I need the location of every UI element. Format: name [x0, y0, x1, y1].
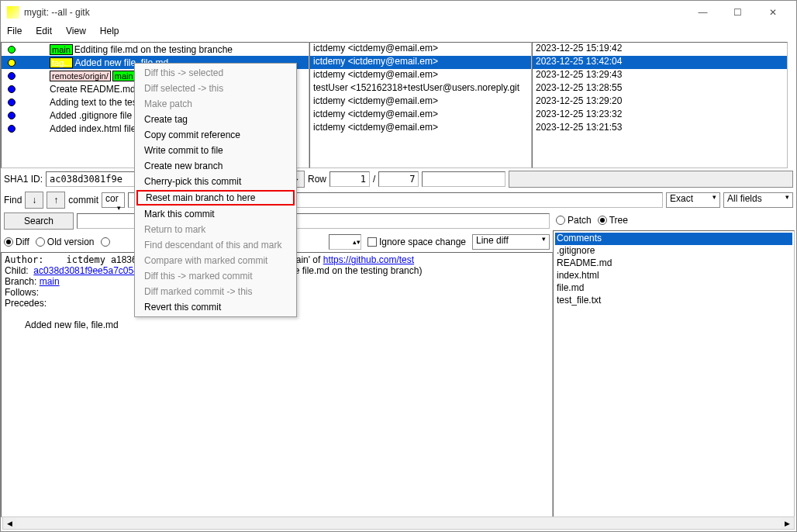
row-label: Row [308, 174, 326, 185]
find-up-button[interactable]: ↑ [47, 192, 65, 209]
ctx-copy-commit-reference[interactable]: Copy commit reference [135, 127, 296, 143]
file-item[interactable]: README.md [555, 257, 792, 270]
diff-radio[interactable]: Diff [4, 237, 29, 247]
ctx-diff-marked-commit-this: Diff marked commit -> this [135, 284, 296, 299]
ref-badge: remotes/origin/ [50, 71, 111, 81]
ctx-revert-this-commit[interactable]: Revert this commit [135, 299, 296, 315]
author-cell: ictdemy <ictdemy@email.em> [310, 95, 531, 109]
tree-radio[interactable]: Tree [598, 215, 628, 226]
horizontal-scrollbar[interactable]: ◀ ▶ [2, 516, 795, 530]
file-item[interactable]: .gitignore [555, 245, 792, 257]
ctx-diff-selected-this: Diff selected -> this [135, 81, 296, 96]
scroll-left-icon[interactable]: ◀ [3, 517, 16, 529]
ctx-write-commit-to-file[interactable]: Write commit to file [135, 143, 296, 158]
author-list[interactable]: ictdemy <ictdemy@email.em>ictdemy <ictde… [309, 42, 532, 168]
context-lines-spinner[interactable]: ▴▾ [329, 234, 361, 250]
author-cell: ictdemy <ictdemy@email.em> [310, 109, 531, 122]
linediff-select[interactable]: Line diff [472, 234, 550, 250]
ctx-make-patch: Make patch [135, 96, 296, 112]
date-list[interactable]: 2023-12-25 15:19:422023-12-25 13:42:0420… [532, 42, 788, 168]
titlebar: mygit: --all - gitk — ☐ ✕ [1, 1, 796, 24]
find-mode-select[interactable]: cor [102, 192, 125, 208]
find-down-button[interactable]: ↓ [25, 192, 43, 209]
ref-badge: main [50, 44, 73, 55]
sha-label: SHA1 ID: [4, 174, 43, 185]
context-menu: Diff this -> selectedDiff selected -> th… [134, 63, 297, 317]
ctx-compare-with-marked-commit: Compare with marked commit [135, 253, 296, 268]
file-item[interactable]: index.html [555, 270, 792, 282]
find-label: Find [4, 195, 22, 206]
file-list[interactable]: Comments.gitignoreREADME.mdindex.htmlfil… [553, 230, 795, 517]
ref-badge: tag... [50, 57, 73, 68]
branch-link[interactable]: main [40, 276, 60, 287]
date-cell: 2023-12-25 13:28:55 [533, 82, 787, 95]
ctx-create-new-branch[interactable]: Create new branch [135, 158, 296, 174]
menu-file[interactable]: File [7, 26, 22, 40]
row-extra [422, 171, 505, 187]
ctx-cherry-pick-this-commit[interactable]: Cherry-pick this commit [135, 174, 296, 189]
file-item[interactable]: file.md [555, 282, 792, 295]
menu-help[interactable]: Help [100, 26, 119, 40]
author-cell: ictdemy <ictdemy@email.em> [310, 69, 531, 82]
date-cell: 2023-12-25 13:21:53 [533, 122, 787, 135]
date-cell: 2023-12-25 13:42:04 [533, 56, 787, 69]
exact-select[interactable]: Exact [666, 192, 720, 208]
author-cell: ictdemy <ictdemy@email.em> [310, 122, 531, 135]
scroll-right-icon[interactable]: ▶ [781, 517, 794, 529]
date-cell: 2023-12-25 13:23:32 [533, 109, 787, 122]
find-type: commit [68, 195, 98, 206]
row-total [378, 171, 419, 187]
menubar: File Edit View Help [1, 24, 796, 41]
row-sep: / [373, 174, 375, 185]
ctx-reset-main-branch-to-here[interactable]: Reset main branch to here [136, 190, 295, 206]
newversion-radio[interactable] [101, 237, 112, 247]
close-button[interactable]: ✕ [755, 1, 790, 24]
window-title: mygit: --all - gitk [24, 7, 685, 18]
ctx-create-tag[interactable]: Create tag [135, 112, 296, 127]
author-cell: ictdemy <ictdemy@email.em> [310, 43, 531, 56]
minimize-button[interactable]: — [685, 1, 720, 24]
author-cell: testUser <152162318+testUser@users.norep… [310, 82, 531, 95]
file-item[interactable]: test_file.txt [555, 295, 792, 307]
fields-select[interactable]: All fields [723, 192, 793, 208]
ctx-diff-this-marked-commit: Diff this -> marked commit [135, 268, 296, 284]
menu-view[interactable]: View [66, 26, 86, 40]
ctx-diff-this-selected: Diff this -> selected [135, 65, 296, 81]
url-link[interactable]: https://github.com/test [323, 254, 414, 265]
app-icon [7, 6, 19, 19]
file-item[interactable]: Comments [555, 233, 792, 245]
author-cell: ictdemy <ictdemy@email.em> [310, 56, 531, 69]
row-current[interactable] [329, 171, 370, 187]
menu-edit[interactable]: Edit [36, 26, 52, 40]
progress-bar [509, 171, 793, 188]
date-cell: 2023-12-25 13:29:20 [533, 95, 787, 109]
ignore-space-check[interactable]: Ignore space change [367, 237, 466, 247]
oldversion-radio[interactable]: Old version [36, 237, 95, 247]
date-cell: 2023-12-25 13:29:43 [533, 69, 787, 82]
commit-row[interactable]: mainEdditing file.md on the testing bran… [2, 43, 309, 56]
search-button[interactable]: Search [4, 212, 74, 230]
maximize-button[interactable]: ☐ [720, 1, 755, 24]
commit-message: Edditing file.md on the testing branche [73, 44, 309, 55]
date-cell: 2023-12-25 15:19:42 [533, 43, 787, 56]
ref-badge: main [112, 71, 136, 81]
ctx-return-to-mark: Return to mark [135, 222, 296, 237]
patch-radio[interactable]: Patch [556, 215, 592, 226]
ctx-mark-this-commit[interactable]: Mark this commit [135, 206, 296, 222]
ctx-find-descendant-of-this-and-mark: Find descendant of this and mark [135, 237, 296, 253]
